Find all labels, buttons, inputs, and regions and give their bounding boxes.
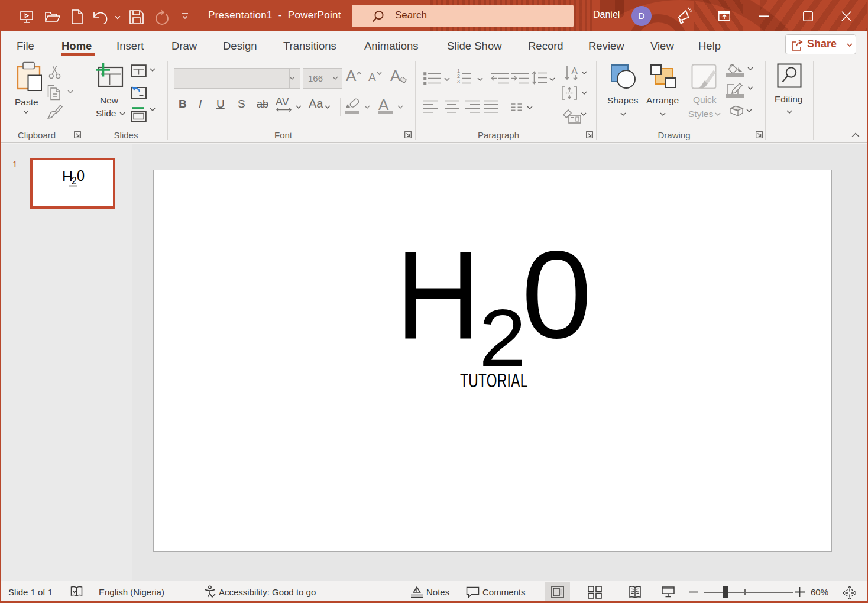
svg-text:A: A — [571, 66, 578, 77]
